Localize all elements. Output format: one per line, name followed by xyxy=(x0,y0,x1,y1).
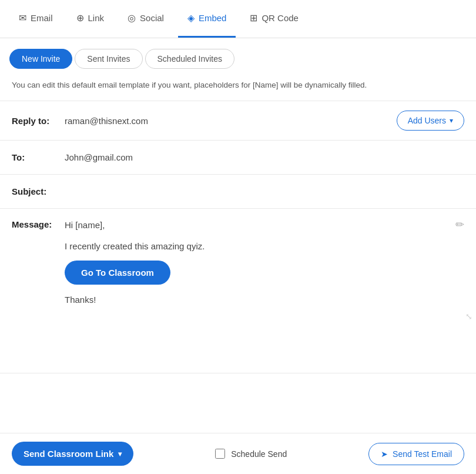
email-icon: ✉ xyxy=(19,12,26,24)
social-icon: ◎ xyxy=(128,12,136,24)
tab-embed-label: Embed xyxy=(199,13,227,23)
link-icon: ⊕ xyxy=(76,12,84,24)
tab-social-label: Social xyxy=(140,13,164,23)
qrcode-icon: ⊞ xyxy=(250,12,257,24)
footer: Send Classroom Link ▾ Schedule Send ➤ Se… xyxy=(0,433,476,474)
tab-qrcode[interactable]: ⊞ QR Code xyxy=(240,0,308,38)
add-users-button[interactable]: Add Users ▾ xyxy=(397,111,464,131)
message-wrapper: Message: Hi [name], I recently created t… xyxy=(0,209,476,373)
add-users-label: Add Users xyxy=(408,116,446,125)
subtab-scheduled-invites[interactable]: Scheduled Invites xyxy=(145,49,235,69)
tab-link[interactable]: ⊕ Link xyxy=(67,0,114,38)
schedule-send-text: Schedule Send xyxy=(231,449,287,459)
send-test-email-button[interactable]: ➤ Send Test Email xyxy=(368,443,464,465)
sub-tab-bar: New Invite Sent Invites Scheduled Invite… xyxy=(0,38,476,79)
embed-icon: ◈ xyxy=(187,12,195,24)
message-body: I recently created this amazing qyiz. xyxy=(65,239,464,253)
to-label: To: xyxy=(12,152,65,162)
chevron-down-icon: ▾ xyxy=(450,116,453,125)
schedule-send-checkbox[interactable] xyxy=(215,449,225,459)
message-content: Hi [name], I recently created this amazi… xyxy=(65,218,464,314)
subject-row: Subject: xyxy=(0,175,476,209)
goto-classroom-button[interactable]: Go To Classroom xyxy=(65,261,170,285)
message-section: Message: Hi [name], I recently created t… xyxy=(0,209,476,323)
tab-email[interactable]: ✉ Email xyxy=(9,0,62,38)
message-greeting: Hi [name], xyxy=(65,218,464,232)
to-row: To: John@gmail.com xyxy=(0,141,476,175)
tab-qrcode-label: QR Code xyxy=(262,13,299,23)
tab-bar: ✉ Email ⊕ Link ◎ Social ◈ Embed ⊞ QR Cod… xyxy=(0,0,476,38)
resize-handle-icon: ⤡ xyxy=(465,312,472,321)
send-test-label: Send Test Email xyxy=(393,449,452,459)
send-classroom-chevron-icon: ▾ xyxy=(118,450,122,458)
send-classroom-label: Send Classroom Link xyxy=(24,449,113,459)
send-classroom-button[interactable]: Send Classroom Link ▾ xyxy=(12,442,133,466)
tab-embed[interactable]: ◈ Embed xyxy=(178,0,236,38)
tab-social[interactable]: ◎ Social xyxy=(118,0,173,38)
reply-to-value: raman@thisnext.com xyxy=(65,116,397,126)
to-value: John@gmail.com xyxy=(65,152,464,162)
edit-icon[interactable]: ✏ xyxy=(455,218,464,231)
tab-link-label: Link xyxy=(88,13,105,23)
info-text: You can edit this default email template… xyxy=(0,79,476,101)
send-icon: ➤ xyxy=(381,449,388,459)
reply-to-label: Reply to: xyxy=(12,116,65,126)
schedule-send-label[interactable]: Schedule Send xyxy=(215,449,287,459)
subtab-sent-invites[interactable]: Sent Invites xyxy=(75,49,142,69)
tab-email-label: Email xyxy=(31,13,53,23)
message-thanks: Thanks! xyxy=(65,293,464,307)
subject-label: Subject: xyxy=(12,186,65,196)
reply-to-row: Reply to: raman@thisnext.com Add Users ▾ xyxy=(0,101,476,141)
subtab-new-invite[interactable]: New Invite xyxy=(9,49,72,69)
message-label: Message: xyxy=(12,218,65,314)
